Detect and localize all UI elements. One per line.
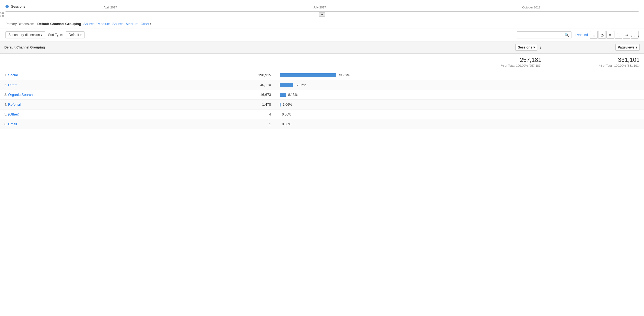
bar-percent: 73.75%: [338, 73, 350, 77]
advanced-link[interactable]: advanced: [574, 33, 588, 37]
total-pageviews-pct: % of Total: 100.00% (331,101): [550, 64, 640, 67]
table-row: 1. Social 198,915 73.75%: [0, 70, 644, 80]
channel-name-cell: 4. Referral: [0, 100, 174, 110]
sort-type-label: Sort Type:: [48, 33, 63, 37]
bar-container: 0.00%: [280, 113, 640, 116]
row-number: 1.: [4, 73, 7, 77]
y-label-top: 2,000: [0, 11, 4, 14]
total-sessions-pct: % of Total: 100.00% (257,181): [479, 64, 541, 67]
dim-label: Primary Dimension:: [5, 22, 34, 26]
x-label-october: October 2017: [522, 6, 541, 9]
x-label-april: April 2017: [104, 6, 117, 9]
bar-container: 1.06%: [280, 103, 640, 107]
sessions-value-cell: 16,673: [174, 90, 275, 100]
custom-view-button[interactable]: ⋮⋮⋮: [631, 31, 639, 39]
table-view-button[interactable]: ⊞: [590, 31, 598, 39]
total-pageviews-value: 331,101: [550, 56, 640, 63]
col-sessions-header: Sessions ▾ ↓: [475, 41, 546, 54]
bar-percent: 0.00%: [282, 122, 291, 126]
table-row: 5. (Other) 4 0.00%: [0, 110, 644, 119]
channel-name-cell: 5. (Other): [0, 110, 174, 119]
total-sessions-value: 257,181: [479, 56, 541, 63]
row-number: 5.: [4, 113, 7, 116]
channel-name-cell: 1. Social: [0, 70, 174, 80]
controls-bar: Secondary dimension ▾ Sort Type: Default…: [0, 29, 644, 41]
pageviews-bar-cell: 17.06%: [275, 80, 644, 90]
search-area: 🔍 advanced ⊞ ◔ ≡ ⇅ ⇔ ⋮⋮⋮: [517, 31, 639, 39]
chart-canvas: [5, 11, 639, 11]
secondary-dim-arrow-icon: ▾: [41, 34, 42, 37]
total-empty-cell: [0, 54, 475, 70]
channel-link[interactable]: Organic Search: [8, 93, 33, 97]
pageviews-bar-cell: 8.13%: [275, 90, 644, 100]
total-pageviews-cell: 331,101 % of Total: 100.00% (331,101): [546, 54, 644, 70]
sessions-value-cell: 1,478: [174, 100, 275, 110]
bar-fill: [280, 73, 336, 77]
pivot-view-button[interactable]: ⇅: [615, 31, 622, 39]
bar-percent: 8.13%: [288, 93, 297, 97]
rows-table: 1. Social 198,915 73.75% 2. Direct 40,11…: [0, 70, 644, 129]
dim-active: Default Channel Grouping: [37, 22, 81, 26]
sessions-dropdown-icon: ▾: [533, 45, 535, 49]
row-number: 6.: [4, 122, 7, 126]
table-row: 6. Email 1 0.00%: [0, 119, 644, 129]
list-view-button[interactable]: ≡: [606, 31, 614, 39]
table-header-row: Default Channel Grouping Sessions ▾ ↓ Pa…: [0, 41, 644, 54]
sort-arrow-icon: ▾: [80, 34, 82, 37]
view-icons: ⊞ ◔ ≡ ⇅ ⇔ ⋮⋮⋮: [590, 31, 639, 39]
channel-link[interactable]: Social: [8, 73, 18, 77]
y-label-mid: 1,000: [0, 14, 4, 18]
search-icon[interactable]: 🔍: [564, 33, 569, 37]
total-row: 257,181 % of Total: 100.00% (257,181) 33…: [0, 54, 644, 70]
bar-container: 73.75%: [280, 73, 640, 77]
pageviews-bar-cell: 0.00%: [275, 119, 644, 129]
channel-link[interactable]: Email: [8, 122, 17, 126]
sessions-sort-arrow-icon[interactable]: ↓: [540, 45, 541, 50]
bar-percent: 0.00%: [282, 113, 291, 116]
bar-fill: [280, 83, 293, 87]
search-input[interactable]: [519, 33, 564, 37]
x-axis: April 2017 July 2017 October 2017: [5, 4, 639, 11]
pageviews-sort-dropdown[interactable]: Pageviews ▾: [615, 44, 640, 51]
sessions-sort-dropdown[interactable]: Sessions ▾: [515, 44, 537, 51]
pageviews-bar-cell: 1.06%: [275, 100, 644, 110]
dim-medium[interactable]: Medium: [126, 22, 138, 26]
row-number: 2.: [4, 83, 7, 87]
chart-section: Sessions 2,000 1,000: [0, 0, 644, 19]
dimension-bar: Primary Dimension: Default Channel Group…: [0, 19, 644, 29]
sessions-value-cell: 1: [174, 119, 275, 129]
channel-name-cell: 6. Email: [0, 119, 174, 129]
row-number: 3.: [4, 93, 7, 97]
sort-type-dropdown[interactable]: Default ▾: [66, 31, 85, 38]
table-row: 3. Organic Search 16,673 8.13%: [0, 90, 644, 100]
channel-link[interactable]: Referral: [8, 102, 21, 107]
bar-fill: [280, 93, 286, 97]
bar-fill: [280, 103, 281, 107]
dim-source[interactable]: Source: [112, 22, 124, 26]
total-sessions-cell: 257,181 % of Total: 100.00% (257,181): [475, 54, 546, 70]
x-label-july: July 2017: [313, 6, 326, 9]
collapse-button[interactable]: ▾: [319, 12, 325, 17]
row-number: 4.: [4, 103, 7, 107]
col-channel-header: Default Channel Grouping: [0, 41, 475, 54]
bar-container: 8.13%: [280, 93, 640, 97]
channel-link[interactable]: Direct: [8, 83, 17, 87]
table-row: 4. Referral 1,478 1.06%: [0, 100, 644, 110]
dim-source-medium[interactable]: Source / Medium: [83, 22, 110, 26]
collapse-section: ▾: [5, 11, 639, 19]
search-box: 🔍: [517, 31, 571, 38]
secondary-dimension-dropdown[interactable]: Secondary dimension ▾: [5, 31, 45, 38]
pageviews-bar-cell: 0.00%: [275, 110, 644, 119]
pie-view-button[interactable]: ◔: [598, 31, 606, 39]
bar-percent: 17.06%: [295, 83, 306, 87]
channel-name-cell: 3. Organic Search: [0, 90, 174, 100]
channel-link[interactable]: (Other): [8, 112, 19, 116]
bar-container: 0.00%: [280, 122, 640, 126]
dim-other[interactable]: Other: [140, 22, 149, 26]
bar-percent: 1.06%: [283, 103, 292, 107]
table-row: 2. Direct 40,110 17.06%: [0, 80, 644, 90]
dim-other-container: Other ▾: [140, 22, 151, 26]
col-pageviews-header: Pageviews ▾: [546, 41, 644, 54]
sessions-value-cell: 198,915: [174, 70, 275, 80]
sessions-value-cell: 40,110: [174, 80, 275, 90]
